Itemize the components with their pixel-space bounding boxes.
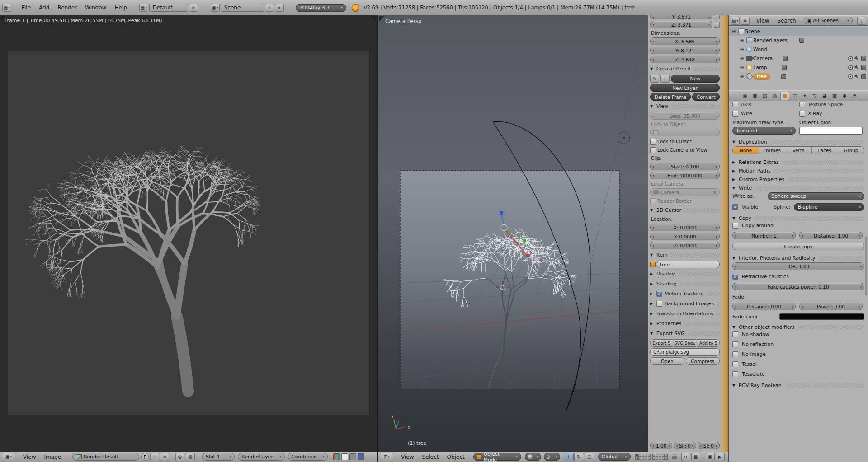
- scene-name-field[interactable]: Scene: [221, 4, 264, 12]
- editor-type-button[interactable]: ▤▾: [731, 17, 740, 25]
- outliner-item-tree[interactable]: ⊕ tree: [729, 72, 868, 81]
- layer-12[interactable]: [638, 457, 641, 460]
- snap-magnet-icon[interactable]: ∪: [681, 453, 690, 461]
- panel-header-display[interactable]: ▶Display: [650, 270, 720, 278]
- region-corner-widget[interactable]: [371, 16, 376, 21]
- layer-18[interactable]: [659, 457, 661, 460]
- renderability-icon[interactable]: [861, 56, 866, 61]
- scale-field[interactable]: ◂1.00▸: [650, 442, 672, 449]
- image-datablock-select[interactable]: Render Result: [72, 453, 139, 461]
- open-button[interactable]: Open: [650, 357, 684, 365]
- renderability-icon[interactable]: [861, 65, 866, 70]
- panel-header-export-svg[interactable]: ▼Export SVG: [650, 329, 720, 338]
- dup-faces-button[interactable]: Faces: [812, 147, 838, 154]
- expand-icon[interactable]: ⊕: [739, 56, 745, 61]
- outliner-item-renderlayers[interactable]: ⊕ RenderLayers: [729, 36, 868, 45]
- panel-header-other-modifiers[interactable]: ▼Other object modifiers: [732, 323, 864, 331]
- panel-header-custom-properties[interactable]: ▶Custom Properties: [732, 175, 864, 184]
- region-scrollbar[interactable]: [722, 15, 728, 452]
- browse-scenes-icon[interactable]: ▣▾: [211, 4, 220, 12]
- lock-object-field[interactable]: [650, 129, 720, 136]
- lamp-object[interactable]: [618, 132, 630, 144]
- x-handle[interactable]: [526, 254, 530, 257]
- dup-none-button[interactable]: None: [733, 147, 759, 154]
- visible-checkbox[interactable]: [732, 204, 738, 210]
- region-corner-widget[interactable]: [379, 16, 384, 21]
- clip-end-field[interactable]: ◂End: 1000.000▸: [650, 172, 720, 179]
- gp-new-layer-button[interactable]: New Layer: [650, 84, 720, 92]
- panel-header-grease-pencil[interactable]: ▼Grease Pencil: [650, 65, 720, 73]
- layer-15[interactable]: [648, 457, 651, 460]
- panel-header-copy[interactable]: ▼Copy: [732, 214, 864, 223]
- z-handle[interactable]: [500, 211, 503, 215]
- panel-header-write[interactable]: ▼Write: [732, 184, 864, 192]
- cursor-z-field[interactable]: ◂Z: 0.0000▸: [650, 242, 720, 249]
- copy-number-field[interactable]: ◂Number: 1▸: [732, 232, 796, 239]
- fake-user-button[interactable]: F: [141, 453, 149, 461]
- panel-header-motion-tracking[interactable]: ▶Motion Tracking: [650, 289, 720, 298]
- slider-low-field[interactable]: ◂Sli: 0▸: [674, 442, 696, 449]
- no-reflection-checkbox[interactable]: [732, 341, 738, 347]
- expand-icon[interactable]: ⊕: [739, 65, 745, 70]
- layer-1[interactable]: [635, 454, 638, 457]
- tesselate-checkbox[interactable]: [732, 371, 738, 377]
- layer-14[interactable]: [645, 457, 647, 460]
- menu-help[interactable]: Help: [110, 5, 131, 11]
- svg-sequence-button[interactable]: SVG Sequ: [674, 339, 697, 347]
- dup-verts-button[interactable]: Verts: [785, 147, 811, 154]
- selectability-icon[interactable]: [854, 56, 860, 62]
- orientation-select[interactable]: Global▾: [598, 453, 631, 461]
- tab-modifiers[interactable]: ✦: [800, 92, 809, 100]
- layer-11[interactable]: [635, 457, 638, 460]
- rotate-manipulator-button[interactable]: ↻: [574, 453, 584, 461]
- layer-3[interactable]: [642, 454, 644, 457]
- tab-object[interactable]: ■: [780, 92, 789, 100]
- editor-type-button[interactable]: ▣▾: [2, 453, 15, 461]
- transform-y-field[interactable]: ◂Y: 3.571▸: [650, 15, 712, 19]
- outliner-item-world[interactable]: ⊕ World: [729, 45, 868, 54]
- layer-20[interactable]: [665, 457, 668, 460]
- dup-frames-button[interactable]: Frames: [759, 147, 785, 154]
- menu-view[interactable]: View: [752, 18, 773, 24]
- panel-header-3d-cursor[interactable]: ▼3D Cursor: [650, 206, 720, 215]
- selectability-icon[interactable]: [854, 65, 860, 71]
- color-alpha-channel-icon[interactable]: [341, 453, 348, 460]
- background-images-checkbox[interactable]: [656, 301, 662, 307]
- compress-button[interactable]: Compress: [686, 357, 720, 365]
- panel-header-view[interactable]: ▼View: [650, 102, 720, 111]
- menu-select[interactable]: Select: [418, 454, 443, 460]
- y-handle[interactable]: [523, 239, 526, 243]
- panel-header-interior[interactable]: ▼Interior, Photons and Radiosity: [732, 254, 864, 262]
- render-opengl-anim-icon[interactable]: ▶: [716, 453, 725, 461]
- tab-world[interactable]: ◍: [770, 92, 779, 100]
- layer-4[interactable]: [645, 454, 647, 457]
- renderability-icon[interactable]: [799, 38, 804, 43]
- tab-scene[interactable]: ▣: [750, 92, 760, 100]
- tab-particles[interactable]: ✱: [840, 92, 849, 100]
- gp-convert-button[interactable]: Convert: [692, 93, 720, 101]
- translate-manipulator-button[interactable]: +: [564, 453, 574, 461]
- gp-new-button[interactable]: New: [671, 75, 720, 83]
- copy-distance-field[interactable]: ◂Distance: 1.00▸: [799, 232, 863, 239]
- wire-checkbox[interactable]: [732, 111, 738, 117]
- unlink-icon[interactable]: ×: [160, 453, 169, 461]
- draw-type-select[interactable]: Textured▾: [732, 127, 796, 135]
- layer-13[interactable]: [642, 457, 644, 460]
- ior-field[interactable]: ◂IOR: 1.00▸: [732, 262, 864, 270]
- layer-9[interactable]: [662, 454, 665, 457]
- outliner-item-camera[interactable]: ⊕ Camera: [729, 54, 868, 63]
- panel-header-properties[interactable]: ▶Properties: [650, 319, 720, 328]
- outliner-item-scene[interactable]: ⊖ Scene: [729, 27, 868, 36]
- slider-high-field[interactable]: ◂SI: 0▸: [698, 442, 720, 449]
- panel-header-item[interactable]: ▼Item: [650, 251, 720, 259]
- layer-7[interactable]: [656, 454, 658, 457]
- panel-header-duplication[interactable]: ▼Duplication: [732, 138, 864, 146]
- render-opengl-icon[interactable]: ▣: [706, 453, 715, 461]
- write-as-select[interactable]: Sphere sweep▾: [768, 192, 864, 200]
- panel-header-shading[interactable]: ▶Shading: [650, 280, 720, 288]
- display-options-icon[interactable]: ▤: [186, 453, 195, 461]
- clip-start-field[interactable]: ◂Start: 0.100▸: [650, 163, 720, 170]
- panel-header-povray-boolean[interactable]: ▼POV-Ray Boolean: [732, 381, 864, 390]
- expand-icon[interactable]: ⊕: [739, 47, 745, 52]
- tessel-checkbox[interactable]: [732, 361, 738, 367]
